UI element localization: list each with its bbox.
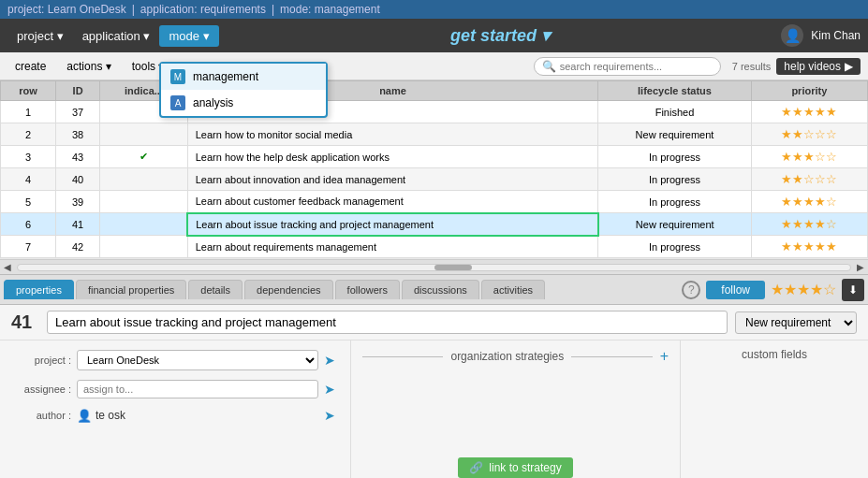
toolbar: create actions ▾ tools ▾ vie... 🔍 7 resu… xyxy=(0,52,868,80)
author-name: te osk xyxy=(96,409,125,422)
col-id: ID xyxy=(56,81,100,101)
org-left-divider xyxy=(362,356,443,357)
detail-title-input[interactable] xyxy=(47,311,728,334)
properties-panel: project : Learn OneDesk ➤ assignee : ➤ a… xyxy=(0,340,868,478)
table-row[interactable]: 4 40 Learn about innovation and idea man… xyxy=(1,168,868,191)
cell-priority: ★★☆☆☆ xyxy=(751,123,867,146)
play-icon: ▶ xyxy=(845,60,853,73)
col-priority: priority xyxy=(751,81,867,101)
analysis-label: analysis xyxy=(193,96,233,109)
cell-lifecycle: In progress xyxy=(598,146,751,168)
get-started-btn[interactable]: get started ▾ xyxy=(450,25,550,46)
table-row[interactable]: 3 43 ✔ Learn how the help desk applicati… xyxy=(1,146,868,168)
requirements-table: row ID indica... name lifecycle status p… xyxy=(0,80,868,258)
nav-mode[interactable]: mode ▾ xyxy=(159,25,218,47)
tab-financial-properties[interactable]: financial properties xyxy=(76,280,186,299)
cell-row: 4 xyxy=(1,168,56,191)
cell-row: 2 xyxy=(1,123,56,146)
scroll-thumb[interactable] xyxy=(434,265,472,270)
actions-button[interactable]: actions ▾ xyxy=(59,58,118,75)
project-arrow-icon[interactable]: ➤ xyxy=(324,353,335,368)
org-content: 🔗 link to strategy xyxy=(362,372,669,478)
help-videos-button[interactable]: help videos ▶ xyxy=(776,58,861,75)
cell-indicator xyxy=(100,236,188,258)
table-row[interactable]: 1 37 Learn how to build teams Finished ★… xyxy=(1,101,868,123)
nav-project[interactable]: project ▾ xyxy=(7,25,73,47)
author-value: 👤 te osk xyxy=(77,409,125,423)
management-label: management xyxy=(193,70,258,83)
breadcrumb-application: application: requirements xyxy=(140,3,266,16)
cell-id: 37 xyxy=(56,101,100,123)
author-label: author : xyxy=(15,410,71,421)
breadcrumb-sep1: | xyxy=(132,3,135,16)
nav-application[interactable]: application ▾ xyxy=(73,25,160,47)
user-avatar-icon: 👤 xyxy=(781,24,803,47)
props-left: project : Learn OneDesk ➤ assignee : ➤ a… xyxy=(0,340,351,478)
scroll-left-arrow[interactable]: ◀ xyxy=(0,260,15,275)
follow-button[interactable]: follow xyxy=(706,281,765,299)
scroll-track[interactable] xyxy=(17,264,851,271)
cell-priority: ★★★★★ xyxy=(751,236,867,258)
help-circle-icon[interactable]: ? xyxy=(682,281,700,299)
requirements-table-container[interactable]: row ID indica... name lifecycle status p… xyxy=(0,80,868,260)
table-header-row: row ID indica... name lifecycle status p… xyxy=(1,81,868,101)
org-plus-icon[interactable]: + xyxy=(660,348,669,365)
table-row[interactable]: 5 39 Learn about customer feedback manag… xyxy=(1,191,868,213)
analysis-icon: A xyxy=(170,95,185,110)
org-strategies-panel: organization strategies + 🔗 link to stra… xyxy=(351,340,681,478)
cell-name: Learn about issue tracking and project m… xyxy=(187,213,598,236)
breadcrumb-bar: project: Learn OneDesk | application: re… xyxy=(0,0,868,19)
detail-panel: 41 New requirementIn progressFinished xyxy=(0,305,868,340)
cell-name: Learn about requirements management xyxy=(187,236,598,258)
cell-row: 5 xyxy=(1,191,56,213)
project-select[interactable]: Learn OneDesk xyxy=(77,350,318,370)
table-row[interactable]: 2 38 Learn how to monitor social media N… xyxy=(1,123,868,146)
cell-name: Learn about customer feedback management xyxy=(187,191,598,213)
table-row[interactable]: 6 41 Learn about issue tracking and proj… xyxy=(1,213,868,236)
cell-indicator xyxy=(100,123,188,146)
table-row[interactable]: 7 42 Learn about requirements management… xyxy=(1,236,868,258)
cell-name: Learn how the help desk application work… xyxy=(187,146,598,168)
mode-management-option[interactable]: M management xyxy=(161,64,326,90)
assignee-arrow-icon[interactable]: ➤ xyxy=(324,382,335,397)
cell-indicator xyxy=(100,191,188,213)
cell-lifecycle: Finished xyxy=(598,101,751,123)
org-strategies-header: organization strategies + xyxy=(362,348,669,365)
mode-dropdown[interactable]: M management A analysis xyxy=(159,62,328,118)
detail-id: 41 xyxy=(11,311,39,333)
scroll-right-arrow[interactable]: ▶ xyxy=(853,260,868,275)
search-box[interactable]: 🔍 xyxy=(534,57,721,76)
cell-row: 6 xyxy=(1,213,56,236)
project-row: project : Learn OneDesk ➤ xyxy=(15,350,335,370)
lifecycle-select[interactable]: New requirementIn progressFinished xyxy=(735,311,857,334)
management-icon: M xyxy=(170,69,185,84)
author-person-icon: 👤 xyxy=(77,409,92,423)
download-button[interactable]: ⬇ xyxy=(842,279,864,301)
search-icon: 🔍 xyxy=(542,60,556,73)
user-name: Kim Chan xyxy=(811,29,861,42)
col-row: row xyxy=(1,81,56,101)
breadcrumb-mode: mode: management xyxy=(280,3,380,16)
tab-activities[interactable]: activities xyxy=(481,280,545,299)
tab-details[interactable]: details xyxy=(188,280,243,299)
cell-row: 3 xyxy=(1,146,56,168)
cell-priority: ★★★☆☆ xyxy=(751,146,867,168)
breadcrumb-sep2: | xyxy=(272,3,274,16)
horizontal-scrollbar[interactable]: ◀ ▶ xyxy=(0,260,868,275)
tab-dependencies[interactable]: dependencies xyxy=(244,280,333,299)
tab-discussions[interactable]: discussions xyxy=(402,280,479,299)
assignee-input[interactable] xyxy=(77,380,318,398)
cell-id: 39 xyxy=(56,191,100,213)
search-input[interactable] xyxy=(560,61,710,72)
mode-analysis-option[interactable]: A analysis xyxy=(161,90,326,116)
create-button[interactable]: create xyxy=(7,58,53,75)
author-row: author : 👤 te osk ➤ xyxy=(15,408,335,423)
tabs-container: propertiesfinancial propertiesdetailsdep… xyxy=(4,280,545,299)
tab-followers[interactable]: followers xyxy=(335,280,400,299)
link-strategy-button[interactable]: 🔗 link to strategy xyxy=(458,457,572,478)
author-arrow-icon[interactable]: ➤ xyxy=(324,408,335,423)
org-strategies-label: organization strategies xyxy=(450,350,564,363)
tab-properties[interactable]: properties xyxy=(4,280,74,299)
tab-bar: propertiesfinancial propertiesdetailsdep… xyxy=(0,275,868,305)
assignee-label: assignee : xyxy=(15,384,71,395)
